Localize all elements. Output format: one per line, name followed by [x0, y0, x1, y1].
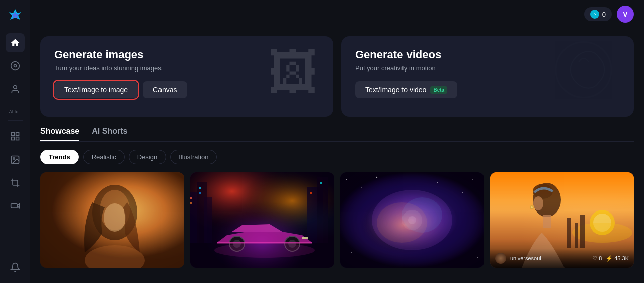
svg-rect-31	[310, 192, 312, 194]
svg-point-44	[376, 177, 377, 178]
svg-rect-37	[302, 237, 308, 239]
user-avatar[interactable]: V	[617, 6, 634, 23]
tab-showcase[interactable]: Showcase	[40, 127, 79, 141]
svg-point-43	[361, 187, 362, 188]
showcase-tabs: Showcase AI Shorts	[40, 127, 634, 142]
likes-count: 8	[599, 255, 602, 261]
filter-realistic[interactable]: Realistic	[83, 150, 125, 164]
image-grid: universesoul ♡ 8 ⚡ 45.3K	[40, 172, 634, 268]
svg-rect-61	[580, 215, 585, 248]
sidebar-item-crop[interactable]	[6, 173, 25, 192]
svg-rect-64	[543, 215, 551, 228]
sidebar-ai-label: AI to..	[9, 109, 21, 114]
svg-rect-26	[317, 177, 328, 243]
generate-videos-card: Generate videos Put your creativity in m…	[341, 36, 634, 117]
topbar: 0 V	[30, 0, 644, 28]
username-4: universesoul	[510, 255, 588, 261]
svg-rect-24	[204, 197, 212, 243]
svg-rect-28	[190, 202, 192, 204]
sidebar-divider-2	[8, 120, 23, 121]
showcase-image-1[interactable]	[40, 172, 184, 268]
sidebar-item-collections[interactable]	[6, 127, 25, 146]
svg-rect-4	[16, 133, 19, 136]
main-content: 0 V 🖼 Generate images Turn your ideas in…	[30, 0, 644, 283]
showcase-image-4[interactable]: universesoul ♡ 8 ⚡ 45.3K	[490, 172, 634, 268]
credits-icon	[590, 10, 599, 19]
generate-videos-title: Generate videos	[355, 48, 620, 61]
generate-videos-subtitle: Put your creativity in motion	[355, 64, 620, 72]
image-4-stats: ♡ 8 ⚡ 45.3K	[592, 255, 629, 262]
text-image-to-video-button[interactable]: Text/Image to video Beta	[355, 81, 457, 98]
filter-trends[interactable]: Trends	[40, 150, 79, 164]
app-logo[interactable]	[6, 6, 24, 24]
image-4-overlay: universesoul ♡ 8 ⚡ 45.3K	[490, 249, 634, 268]
showcase-image-3[interactable]	[340, 172, 484, 268]
generate-images-buttons: Text/Image to image Canvas	[54, 81, 319, 98]
svg-point-66	[531, 206, 533, 208]
generate-images-title: Generate images	[54, 48, 319, 61]
likes-stat: ♡ 8	[592, 255, 602, 262]
svg-rect-29	[199, 187, 201, 189]
video-button-label: Text/Image to video	[365, 86, 426, 94]
filter-design[interactable]: Design	[129, 150, 166, 164]
text-image-to-image-button[interactable]: Text/Image to image	[54, 81, 138, 98]
svg-rect-30	[199, 192, 201, 194]
svg-rect-3	[11, 133, 14, 136]
svg-point-16	[104, 203, 126, 232]
svg-point-46	[462, 192, 463, 193]
svg-point-49	[477, 257, 478, 258]
svg-point-1	[14, 65, 16, 67]
svg-rect-60	[575, 223, 578, 248]
svg-point-48	[351, 252, 352, 253]
feature-cards: 🖼 Generate images Turn your ideas into s…	[40, 36, 634, 117]
svg-rect-32	[320, 182, 322, 184]
user-avatar-4	[495, 253, 506, 264]
sidebar: AI to..	[0, 0, 30, 283]
downloads-stat: ⚡ 45.3K	[606, 255, 629, 262]
filter-pills: Trends Realistic Design Illustration	[40, 150, 634, 164]
svg-rect-27	[190, 197, 192, 199]
credits-count: 0	[602, 11, 606, 18]
generate-videos-buttons: Text/Image to video Beta	[355, 81, 620, 98]
generate-images-card: 🖼 Generate images Turn your ideas into s…	[40, 36, 333, 117]
svg-rect-6	[16, 137, 19, 140]
svg-point-45	[437, 182, 438, 183]
svg-point-0	[11, 62, 19, 70]
svg-rect-9	[11, 204, 17, 208]
generate-images-subtitle: Turn your ideas into stunning images	[54, 64, 319, 72]
beta-badge: Beta	[430, 86, 447, 94]
filter-illustration[interactable]: Illustration	[170, 150, 217, 164]
sidebar-item-profile[interactable]	[6, 80, 25, 99]
svg-rect-59	[567, 218, 571, 248]
sidebar-item-home[interactable]	[6, 33, 25, 52]
svg-point-42	[346, 179, 347, 180]
svg-point-8	[13, 158, 14, 159]
showcase-image-2[interactable]	[190, 172, 334, 268]
tab-ai-shorts[interactable]: AI Shorts	[92, 127, 127, 141]
svg-point-47	[472, 179, 473, 180]
downloads-count: 45.3K	[614, 255, 629, 261]
svg-point-54	[408, 216, 416, 224]
sidebar-item-image-gen[interactable]	[6, 150, 25, 169]
svg-point-67	[533, 196, 543, 210]
sidebar-item-bell[interactable]	[6, 258, 25, 277]
sidebar-item-video[interactable]	[6, 196, 25, 216]
credits-display[interactable]: 0	[584, 7, 612, 21]
sidebar-divider-1	[8, 105, 23, 105]
svg-rect-5	[11, 137, 14, 140]
svg-point-2	[13, 86, 17, 89]
sidebar-item-explore[interactable]	[6, 56, 25, 76]
canvas-button[interactable]: Canvas	[143, 81, 187, 98]
svg-point-38	[214, 243, 315, 258]
